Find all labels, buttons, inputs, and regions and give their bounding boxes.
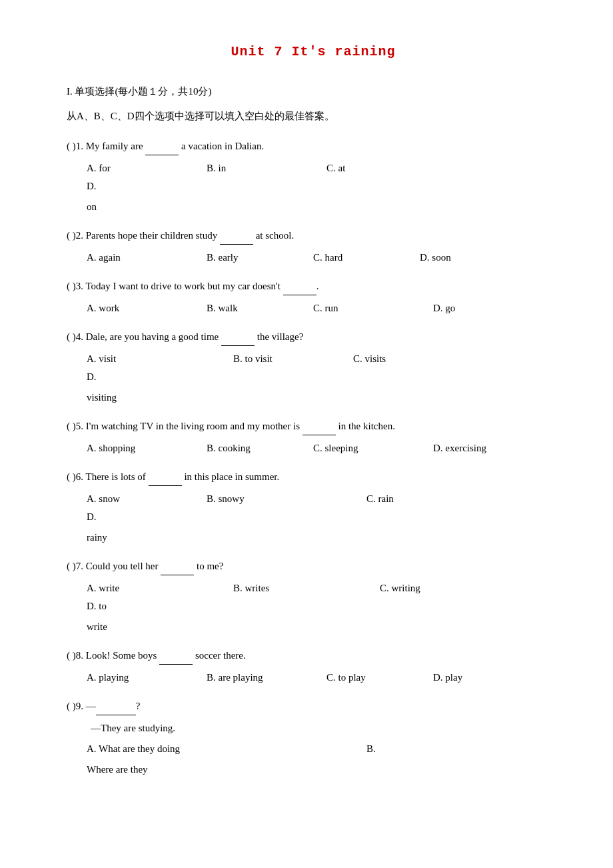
- question-9-text: ( )9. —?: [67, 697, 560, 715]
- question-7-options: A. write B. writes C. writing D. to: [87, 579, 560, 615]
- question-3-text: ( )3. Today I want to drive to work but …: [67, 277, 560, 295]
- option-3c: C. run: [313, 299, 420, 317]
- question-1-options: A. for B. in C. at D.: [87, 159, 560, 195]
- option-9b: B.: [366, 740, 473, 758]
- question-5-options: A. shopping B. cooking C. sleeping D. ex…: [87, 439, 560, 457]
- question-8-text: ( )8. Look! Some boys soccer there.: [67, 647, 560, 665]
- option-1a: A. for: [87, 159, 193, 177]
- option-4b: B. to visit: [233, 350, 340, 368]
- option-4d: D.: [87, 368, 193, 386]
- question-3: ( )3. Today I want to drive to work but …: [67, 277, 560, 317]
- option-5b: B. cooking: [207, 439, 300, 457]
- question-4-overflow: visiting: [87, 389, 560, 407]
- question-6-text: ( )6. There is lots of in this place in …: [67, 468, 560, 486]
- option-1b: B. in: [207, 159, 313, 177]
- question-3-options: A. work B. walk C. run D. go: [87, 299, 560, 317]
- option-5c: C. sleeping: [313, 439, 420, 457]
- option-2d: D. soon: [420, 249, 526, 267]
- question-6-options: A. snow B. snowy C. rain D.: [87, 490, 560, 526]
- question-4-options: A. visit B. to visit C. visits D.: [87, 350, 560, 386]
- option-3a: A. work: [87, 299, 193, 317]
- question-7: ( )7. Could you tell her to me? A. write…: [67, 557, 560, 636]
- question-6: ( )6. There is lots of in this place in …: [67, 468, 560, 547]
- question-8-options: A. playing B. are playing C. to play D. …: [87, 669, 560, 687]
- option-7b: B. writes: [233, 579, 366, 597]
- option-2c: C. hard: [313, 249, 406, 267]
- option-8d: D. play: [433, 669, 540, 687]
- question-9: ( )9. —? —They are studying. A. What are…: [67, 697, 560, 779]
- option-1c: C. at: [326, 159, 433, 177]
- option-9a: A. What are they doing: [87, 740, 353, 758]
- question-9-options: A. What are they doing B.: [87, 740, 560, 758]
- option-2b: B. early: [207, 249, 300, 267]
- question-7-overflow: write: [87, 618, 560, 636]
- question-5: ( )5. I'm watching TV in the living room…: [67, 417, 560, 457]
- option-4a: A. visit: [87, 350, 220, 368]
- section1-instruction: 从A、B、C、D四个选项中选择可以填入空白处的最佳答案。: [67, 107, 560, 125]
- option-3d: D. go: [433, 299, 540, 317]
- section1-header: I. 单项选择(每小题１分，共10分): [67, 83, 560, 101]
- option-6c: C. rain: [366, 490, 473, 508]
- question-1-text: ( )1. My family are a vacation in Dalian…: [67, 137, 560, 155]
- option-6b: B. snowy: [207, 490, 353, 508]
- question-2-options: A. again B. early C. hard D. soon: [87, 249, 560, 267]
- question-8: ( )8. Look! Some boys soccer there. A. p…: [67, 647, 560, 687]
- question-9-reply: —They are studying.: [91, 719, 560, 737]
- option-5d: D. exercising: [433, 439, 540, 457]
- option-7a: A. write: [87, 579, 220, 597]
- question-6-overflow: rainy: [87, 529, 560, 547]
- question-5-text: ( )5. I'm watching TV in the living room…: [67, 417, 560, 435]
- option-4c: C. visits: [353, 350, 460, 368]
- question-7-text: ( )7. Could you tell her to me?: [67, 557, 560, 575]
- option-6d: D.: [87, 508, 193, 526]
- question-2: ( )2. Parents hope their children study …: [67, 227, 560, 267]
- option-5a: A. shopping: [87, 439, 193, 457]
- option-1d: D.: [87, 177, 193, 195]
- option-7c: C. writing: [380, 579, 486, 597]
- option-8a: A. playing: [87, 669, 193, 687]
- question-4-text: ( )4. Dale, are you having a good time t…: [67, 328, 560, 346]
- page-title: Unit 7 It's raining: [67, 40, 560, 64]
- option-8c: C. to play: [326, 669, 420, 687]
- option-3b: B. walk: [207, 299, 300, 317]
- option-8b: B. are playing: [207, 669, 313, 687]
- question-4: ( )4. Dale, are you having a good time t…: [67, 328, 560, 407]
- question-2-text: ( )2. Parents hope their children study …: [67, 227, 560, 245]
- question-1-overflow: on: [87, 198, 560, 216]
- option-7d: D. to: [87, 597, 193, 615]
- option-2a: A. again: [87, 249, 193, 267]
- option-6a: A. snow: [87, 490, 193, 508]
- question-9-overflow: Where are they: [87, 761, 560, 779]
- question-1: ( )1. My family are a vacation in Dalian…: [67, 137, 560, 216]
